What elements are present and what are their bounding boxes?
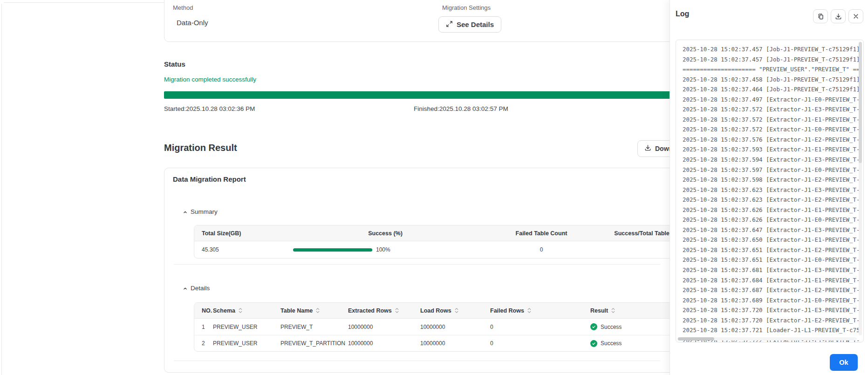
collapse-caret-icon <box>183 285 187 292</box>
log-line: 2025-10-28 15:02:37.572 [Extractor-J1-E0… <box>683 124 863 135</box>
sort-icon[interactable] <box>455 307 458 314</box>
result-status-label: Success <box>601 324 622 330</box>
status-heading: Status <box>164 60 185 68</box>
row-load-rows: 10000000 <box>420 324 490 330</box>
col-table-name: Table Name <box>280 307 348 314</box>
col-table-name-label: Table Name <box>280 307 313 314</box>
log-line: 2025-10-28 15:02:37.497 [Extractor-J1-E0… <box>683 95 863 105</box>
section-divider <box>174 264 660 265</box>
log-line: 2025-10-28 15:02:37.721 [Loader-J1-L1-PR… <box>683 325 863 335</box>
sort-icon[interactable] <box>239 307 242 314</box>
sort-icon[interactable] <box>316 307 320 314</box>
success-check-icon <box>590 340 597 347</box>
log-line: 2025-10-28 15:02:37.576 [Extractor-J1-E2… <box>683 135 863 145</box>
copy-log-button[interactable] <box>813 9 828 23</box>
method-card: Method Data-Only Migration Settings See … <box>164 0 700 42</box>
result-status-label: Success <box>601 340 622 347</box>
see-details-button[interactable]: See Details <box>438 16 501 33</box>
status-message: Migration completed successfully <box>164 76 256 83</box>
col-failed-rows-label: Failed Rows <box>490 307 524 314</box>
row-schema: PREVIEW_USER <box>213 324 280 330</box>
log-line: 2025-10-28 15:02:37.720 [Extractor-J1-E3… <box>683 305 863 315</box>
report-title: Data Migration Report <box>173 175 246 183</box>
col-schema-label: Schema <box>213 307 235 314</box>
download-icon <box>835 13 842 20</box>
log-panel-title: Log <box>676 10 689 18</box>
data-migration-report-card: Data Migration Report Summary Total Size… <box>164 168 695 373</box>
sort-icon[interactable] <box>395 307 399 314</box>
col-no: NO. <box>194 307 213 314</box>
log-line: 2025-10-28 15:02:37.626 [Extractor-J1-E1… <box>683 205 863 215</box>
row-table-name: PREVIEW_T <box>280 324 348 330</box>
col-success-pct: Success (%) <box>287 230 483 237</box>
col-result-label: Result <box>590 307 608 314</box>
log-line: 2025-10-28 15:02:37.720 [Extractor-J1-E2… <box>683 315 863 326</box>
row-failed-rows: 0 <box>490 324 590 330</box>
col-total-size: Total Size(GB) <box>194 230 287 237</box>
sort-icon[interactable] <box>611 307 615 314</box>
started-timestamp: Started:2025.10.28 03:02:36 PM <box>164 105 255 112</box>
copy-icon <box>817 13 824 20</box>
details-table: NO. Schema Table Name Extracted Rows Loa… <box>194 302 688 352</box>
log-line: 2025-10-28 15:02:37.623 [Extractor-J1-E2… <box>683 195 863 205</box>
horizontal-scrollbar-thumb[interactable] <box>678 337 714 341</box>
details-table-header: NO. Schema Table Name Extracted Rows Loa… <box>194 303 687 319</box>
summary-table-row: 45.305 100% 0 <box>194 241 687 258</box>
log-output[interactable]: 2025-10-28 15:02:37.457 [Job-J1-PREVIEW_… <box>676 40 864 342</box>
log-vertical-scrollbar <box>859 42 862 335</box>
log-line: 2025-10-28 15:02:37.684 [Extractor-J1-E1… <box>683 275 863 286</box>
log-line: 2025-10-28 15:02:37.626 [Extractor-J1-E0… <box>683 215 863 225</box>
download-log-button[interactable] <box>831 9 846 23</box>
summary-section-toggle[interactable]: Summary <box>183 208 218 215</box>
log-horizontal-scrollbar <box>677 337 856 341</box>
collapse-caret-icon <box>183 208 187 215</box>
table-row: 2 PREVIEW_USER PREVIEW_T_PARTITION 10000… <box>194 335 687 351</box>
log-line: 2025-10-28 15:02:37.681 [Extractor-J1-E3… <box>683 265 863 275</box>
log-line: 2025-10-28 15:02:37.687 [Extractor-J1-E2… <box>683 285 863 295</box>
log-line: 2025-10-28 15:02:37.457 [Job-J1-PREVIEW_… <box>683 44 863 55</box>
close-log-button[interactable] <box>848 9 863 23</box>
log-line: 2025-10-28 15:02:37.572 [Extractor-J1-E3… <box>683 104 863 115</box>
log-panel: Log 2025-10-28 15:02:37.457 <box>670 0 868 375</box>
log-line: 2025-10-28 15:02:37.651 [Extractor-J1-E0… <box>683 255 863 265</box>
row-extracted-rows: 10000000 <box>348 324 420 330</box>
details-section-toggle[interactable]: Details <box>183 285 210 292</box>
log-line: 2025-10-28 15:02:37.598 [Extractor-J1-E2… <box>683 175 863 185</box>
total-size-value: 45.305 <box>194 246 287 253</box>
log-line: 2025-10-28 15:02:37.689 [Extractor-J1-E0… <box>683 295 863 306</box>
section-divider <box>174 361 660 361</box>
log-line: 2025-10-28 15:02:37.593 [Extractor-J1-E1… <box>683 144 863 155</box>
log-actions <box>813 9 863 23</box>
log-lines: 2025-10-28 15:02:37.457 [Job-J1-PREVIEW_… <box>676 40 863 335</box>
success-check-icon <box>590 323 597 330</box>
migration-result-heading: Migration Result <box>164 143 237 153</box>
success-percent-bar <box>293 248 372 252</box>
method-value: Data-Only <box>177 19 208 27</box>
sort-icon[interactable] <box>527 307 531 314</box>
summary-table: Total Size(GB) Success (%) Failed Table … <box>194 225 688 259</box>
migration-settings-label: Migration Settings <box>442 4 491 11</box>
log-line: ===================== "PREVIEW_USER"."PR… <box>683 64 863 75</box>
row-table-name: PREVIEW_T_PARTITION <box>280 340 348 347</box>
failed-table-count-value: 0 <box>483 246 600 253</box>
summary-table-header: Total Size(GB) Success (%) Failed Table … <box>194 225 687 241</box>
expand-icon <box>446 20 453 29</box>
col-extracted-rows-label: Extracted Rows <box>348 307 392 314</box>
dialog-left-border <box>1 4 2 375</box>
vertical-scrollbar-thumb[interactable] <box>859 42 862 163</box>
col-extracted-rows: Extracted Rows <box>348 307 420 314</box>
col-schema: Schema <box>213 307 280 314</box>
summary-section-label: Summary <box>191 208 218 215</box>
row-no: 1 <box>194 324 213 330</box>
details-section-label: Details <box>191 285 210 292</box>
col-failed-rows: Failed Rows <box>490 307 590 314</box>
log-line: 2025-10-28 15:02:37.647 [Extractor-J1-E3… <box>683 225 863 235</box>
row-load-rows: 10000000 <box>420 340 490 347</box>
ok-button[interactable]: Ok <box>830 354 858 371</box>
method-label: Method <box>173 4 193 11</box>
log-line: 2025-10-28 15:02:37.458 [Job-J1-PREVIEW_… <box>683 75 863 85</box>
log-line: 2025-10-28 15:02:37.594 [Extractor-J1-E3… <box>683 155 863 165</box>
col-failed-table-count: Failed Table Count <box>483 230 600 237</box>
row-schema: PREVIEW_USER <box>213 340 280 347</box>
finished-timestamp: Finished:2025.10.28 03:02:57 PM <box>414 105 508 112</box>
